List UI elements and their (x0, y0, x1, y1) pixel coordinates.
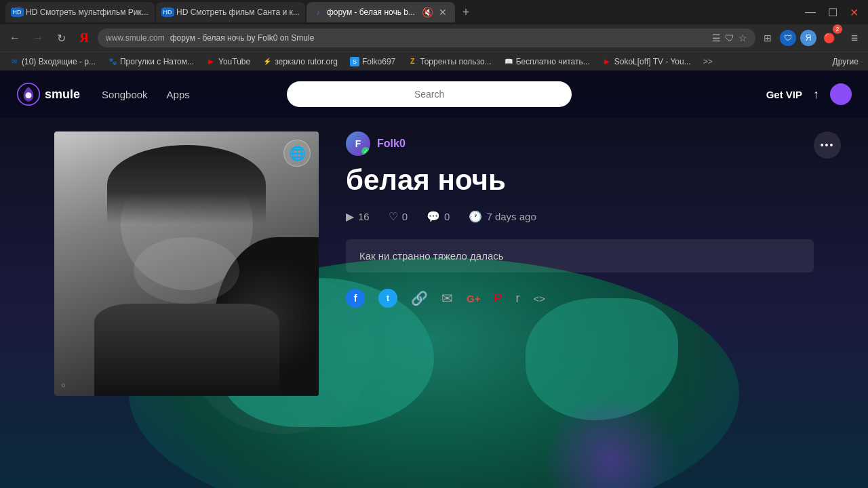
star-icon[interactable]: ☆ (738, 33, 747, 43)
refresh-button[interactable]: ↻ (52, 28, 71, 47)
browser-ext-area: ⊞ 🛡 Я 🔴 2 ≡ (760, 30, 863, 46)
bookmark-promenades-label: Прогулки с Натом... (120, 57, 194, 66)
tab-3[interactable]: ♪ форум - белая ночь b... 🔇 ✕ (307, 2, 455, 22)
facebook-share-button[interactable]: f (346, 289, 365, 308)
link-share-button[interactable]: 🔗 (411, 290, 428, 306)
artist-row: F ✓ Folk0 (346, 131, 814, 156)
comments-count: 0 (444, 211, 450, 222)
menu-icon[interactable]: ≡ (846, 30, 863, 46)
smule-header-right: Get VIP ↑ (766, 83, 852, 105)
bookmark-torrents[interactable]: Z Торренты пользо... (402, 56, 496, 68)
upload-button[interactable]: ↑ (813, 87, 819, 102)
bookmark-more-button[interactable]: >> (699, 56, 717, 68)
more-icon: ••• (821, 140, 835, 150)
bookmark-inbox-favicon: ✉ (9, 57, 19, 66)
back-button[interactable]: ← (5, 28, 24, 47)
user-avatar-button[interactable] (830, 83, 852, 105)
forward-button[interactable]: → (28, 28, 47, 47)
bookmarks-bar: ✉ (10) Входящие - p... 🐾 Прогулки с Нато… (0, 52, 868, 70)
address-bar-row: ← → ↻ Я www.smule.com форум - белая ночь… (0, 24, 868, 52)
artist-name[interactable]: Folk0 (377, 138, 406, 150)
smule-page: smule Songbook Apps Get VIP ↑ (0, 70, 868, 488)
comment-icon: 💬 (427, 210, 440, 223)
address-field[interactable]: www.smule.com форум - белая ночь by Folk… (98, 28, 755, 47)
bookmark-torrents-label: Торренты пользо... (420, 57, 491, 66)
smule-logo-icon (16, 82, 41, 106)
likes-stat[interactable]: ♡ 0 (389, 210, 408, 223)
bookmark-inbox[interactable]: ✉ (10) Входящие - p... (4, 56, 101, 68)
reddit-share-button[interactable]: r (515, 291, 519, 306)
ext-1-icon[interactable]: ⊞ (760, 30, 776, 46)
bookmark-rutor[interactable]: ⚡ зеркало rutor.org (257, 56, 343, 68)
bookmark-other-button[interactable]: Другие (827, 56, 864, 68)
pinterest-share-button[interactable]: P (494, 291, 502, 306)
bookmark-read[interactable]: 📖 Бесплатно читать... (498, 56, 595, 68)
song-title: белая ночь (346, 164, 814, 197)
globe-button[interactable]: 🌐 (283, 140, 311, 167)
tab-1-label: HD Смотреть мультфильм Рик... (26, 7, 149, 17)
plays-stat: ▶ 16 (346, 210, 370, 223)
embed-share-button[interactable]: <> (533, 293, 545, 304)
bookmark-rutor-favicon: ⚡ (262, 57, 272, 66)
tab-2[interactable]: HD HD Смотреть фильм Санта и к... (156, 2, 305, 22)
ext-badge: 2 (833, 24, 842, 34)
tab-2-favicon: HD (163, 7, 172, 17)
smule-logo[interactable]: smule (16, 82, 80, 106)
bookmark-folko-label: Folko697 (362, 57, 395, 66)
artist-avatar[interactable]: F ✓ (346, 131, 370, 156)
nav-apps[interactable]: Apps (167, 89, 190, 100)
bookmark-youtube-label: YouTube (218, 57, 250, 66)
album-cover: ○ 🌐 (54, 131, 319, 396)
vip-button[interactable]: Get VIP (766, 89, 802, 100)
song-info: ••• F ✓ Folk0 белая ночь ▶ 16 ♡ (346, 131, 814, 396)
bookmark-sokol-label: SokoL[off] TV - You... (614, 57, 691, 66)
tab-1-favicon: HD (12, 7, 22, 17)
smule-logo-text: smule (45, 87, 80, 102)
bookmark-torrents-favicon: Z (408, 57, 417, 66)
verified-badge: ✓ (362, 148, 370, 156)
address-icons: ☰ 🛡 ☆ (712, 33, 747, 43)
ext-shield-icon[interactable]: 🛡 (780, 30, 796, 46)
tab-1[interactable]: HD HD Смотреть мультфильм Рик... (5, 2, 155, 22)
photo-background: ○ (54, 131, 319, 396)
tab-3-mute-icon[interactable]: 🔇 (422, 7, 433, 18)
ext-yandex-icon[interactable]: Я (800, 30, 816, 46)
close-button[interactable]: ✕ (846, 5, 863, 20)
reader-icon[interactable]: ☰ (712, 33, 721, 43)
description-text: Как ни странно тяжело далась (359, 250, 504, 262)
email-share-button[interactable]: ✉ (441, 290, 453, 306)
hair-area (107, 145, 266, 224)
bookmark-youtube-favicon: ▶ (206, 57, 216, 66)
bookmark-sokol[interactable]: ▶ SokoL[off] TV - You... (597, 56, 696, 68)
maximize-button[interactable]: ☐ (824, 5, 842, 20)
stats-row: ▶ 16 ♡ 0 💬 0 🕐 7 days ago (346, 210, 814, 223)
face-area (134, 237, 239, 304)
play-icon: ▶ (346, 210, 354, 223)
bookmark-folko[interactable]: S Folko697 (344, 56, 401, 68)
browser-controls: — ☐ ✕ (801, 5, 863, 20)
shield-icon[interactable]: 🛡 (725, 33, 734, 43)
plays-count: 16 (358, 211, 370, 222)
google-plus-share-button[interactable]: G+ (467, 293, 480, 304)
more-options-button[interactable]: ••• (814, 131, 841, 159)
nav-songbook[interactable]: Songbook (102, 89, 148, 100)
twitter-share-button[interactable]: t (378, 289, 397, 308)
tab-2-label: HD Смотреть фильм Санта и к... (176, 7, 300, 17)
ext-badge-area: 🔴 2 (821, 30, 842, 46)
time-stat: 🕐 7 days ago (469, 210, 536, 223)
bookmark-read-favicon: 📖 (504, 57, 513, 66)
bookmark-youtube[interactable]: ▶ YouTube (201, 56, 256, 68)
bookmark-inbox-label: (10) Входящие - p... (22, 57, 96, 66)
address-page: форум - белая ночь by Folk0 on Smule (170, 33, 315, 43)
tab-3-close[interactable]: ✕ (437, 7, 448, 18)
comments-stat[interactable]: 💬 0 (427, 210, 450, 223)
minimize-button[interactable]: — (801, 5, 820, 20)
tab-3-favicon: ♪ (313, 7, 323, 17)
bookmark-promenades[interactable]: 🐾 Прогулки с Натом... (102, 56, 199, 68)
bookmark-promenades-favicon: 🐾 (108, 57, 117, 66)
tab-add-button[interactable]: + (456, 3, 475, 22)
time-ago: 7 days ago (486, 211, 536, 222)
likes-count: 0 (402, 211, 408, 222)
search-input[interactable] (287, 81, 572, 107)
smule-header: smule Songbook Apps Get VIP ↑ (0, 70, 868, 118)
